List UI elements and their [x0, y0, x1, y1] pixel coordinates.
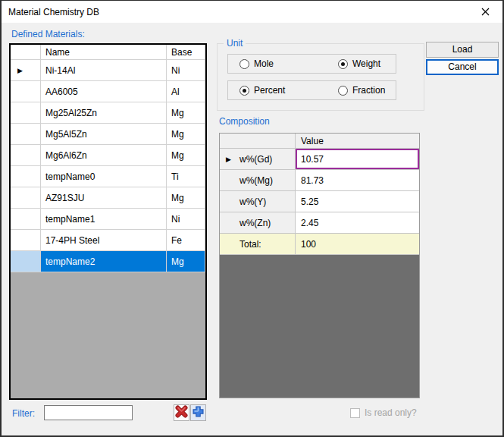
- radio-percent-label: Percent: [254, 85, 285, 96]
- component-value-cell[interactable]: 10.57: [296, 149, 419, 170]
- materials-grid-empty-area: [11, 272, 205, 398]
- material-base-cell[interactable]: Mg: [167, 102, 205, 124]
- material-base-cell[interactable]: Mg: [167, 187, 205, 209]
- unit-groupbox-label: Unit: [224, 38, 246, 49]
- component-name-cell[interactable]: ▶ w%(Gd): [220, 149, 296, 170]
- radio-fraction-label: Fraction: [352, 85, 385, 96]
- total-label-cell: Total:: [220, 234, 296, 255]
- delete-material-button[interactable]: [174, 404, 189, 421]
- radio-checked-icon: [338, 59, 348, 69]
- row-selector-cell[interactable]: [11, 145, 41, 166]
- materials-grid-header: Name Base: [11, 45, 205, 60]
- row-selector-cell[interactable]: [11, 209, 41, 230]
- defined-materials-label: Defined Materials:: [11, 29, 85, 39]
- row-selector-cell[interactable]: [11, 102, 41, 124]
- table-row[interactable]: tempName1 Ni: [11, 209, 205, 230]
- component-value-cell[interactable]: 5.25: [296, 191, 419, 212]
- row-selector-cell[interactable]: [11, 230, 41, 251]
- component-name-cell[interactable]: w%(Zn): [220, 212, 296, 234]
- material-name-cell[interactable]: 17-4PH Steel: [41, 230, 167, 251]
- material-name-cell[interactable]: tempName1: [41, 209, 167, 230]
- row-selector-cell[interactable]: ▶: [11, 60, 41, 81]
- row-selector-cell[interactable]: [11, 187, 41, 209]
- materials-grid: Name Base ▶ Ni-14Al Ni AA6005 Al Mg25Al2…: [9, 43, 207, 400]
- component-name: w%(Zn): [239, 218, 271, 228]
- component-value-cell[interactable]: 2.45: [296, 212, 419, 234]
- table-row[interactable]: AA6005 Al: [11, 81, 205, 102]
- table-row[interactable]: Mg25Al25Zn Mg: [11, 102, 205, 124]
- unit-groupbox: Unit Mole Weight Percent Fraction: [217, 43, 424, 111]
- radio-unchecked-icon: [338, 86, 348, 96]
- material-name-cell[interactable]: Ni-14Al: [41, 60, 167, 81]
- composition-row[interactable]: w%(Y) 5.25: [220, 191, 419, 212]
- row-selector-cell[interactable]: [11, 124, 41, 145]
- radio-percent[interactable]: Percent: [239, 85, 285, 96]
- radio-checked-icon: [239, 86, 249, 96]
- delete-icon: [175, 405, 188, 420]
- material-base-cell[interactable]: Mg: [167, 251, 205, 272]
- table-row[interactable]: AZ91SJU Mg: [11, 187, 205, 209]
- title-bar[interactable]: Material Chemistry DB: [2, 1, 502, 23]
- table-row[interactable]: Mg6Al6Zn Mg: [11, 145, 205, 166]
- radio-weight[interactable]: Weight: [338, 58, 380, 69]
- material-name-cell[interactable]: Mg25Al25Zn: [41, 102, 167, 124]
- total-value-cell: 100: [296, 234, 419, 255]
- cancel-button[interactable]: Cancel: [426, 59, 499, 75]
- unit-scale-panel: Percent Fraction: [227, 80, 396, 100]
- row-selector-cell[interactable]: [11, 251, 41, 272]
- table-row[interactable]: 17-4PH Steel Fe: [11, 230, 205, 251]
- material-name-cell[interactable]: tempName0: [41, 166, 167, 187]
- material-base-cell[interactable]: Fe: [167, 230, 205, 251]
- component-name: w%(Gd): [239, 154, 272, 165]
- name-column-header[interactable]: Name: [41, 45, 167, 60]
- filter-input[interactable]: [44, 405, 133, 420]
- value-column-header[interactable]: Value: [296, 134, 419, 149]
- add-icon: [192, 405, 205, 420]
- row-selector-cell[interactable]: [11, 166, 41, 187]
- material-name-cell[interactable]: Mg5Al5Zn: [41, 124, 167, 145]
- material-name-cell[interactable]: AZ91SJU: [41, 187, 167, 209]
- material-name-cell[interactable]: AA6005: [41, 81, 167, 102]
- is-read-only-label: Is read only?: [365, 407, 417, 418]
- table-row-selected[interactable]: tempName2 Mg: [11, 251, 205, 272]
- base-column-header[interactable]: Base: [167, 45, 205, 60]
- radio-unchecked-icon: [239, 59, 249, 69]
- component-header-cell: [220, 134, 296, 149]
- component-value-cell[interactable]: 81.73: [296, 170, 419, 191]
- material-chemistry-dialog: Material Chemistry DB Defined Materials:…: [0, 0, 504, 437]
- composition-label: Composition: [219, 116, 270, 127]
- table-row[interactable]: ▶ Ni-14Al Ni: [11, 60, 205, 81]
- composition-row-current[interactable]: ▶ w%(Gd) 10.57: [220, 149, 419, 170]
- composition-total-row: Total: 100: [220, 234, 419, 255]
- composition-row[interactable]: w%(Mg) 81.73: [220, 170, 419, 191]
- composition-row[interactable]: w%(Zn) 2.45: [220, 212, 419, 234]
- composition-grid-empty-area: [220, 255, 419, 398]
- component-name-cell[interactable]: w%(Y): [220, 191, 296, 212]
- radio-mole-label: Mole: [254, 58, 274, 69]
- radio-fraction[interactable]: Fraction: [338, 85, 385, 96]
- close-button[interactable]: [472, 4, 498, 20]
- material-name-cell[interactable]: tempName2: [41, 251, 167, 272]
- material-base-cell[interactable]: Al: [167, 81, 205, 102]
- material-base-cell[interactable]: Ni: [167, 209, 205, 230]
- load-button[interactable]: Load: [426, 42, 499, 58]
- table-row[interactable]: Mg5Al5Zn Mg: [11, 124, 205, 145]
- radio-mole[interactable]: Mole: [239, 58, 274, 69]
- material-base-cell[interactable]: Ni: [167, 60, 205, 81]
- is-read-only-checkbox[interactable]: Is read only?: [350, 407, 417, 418]
- composition-grid: Value ▶ w%(Gd) 10.57 w%(Mg) 81.73 w%(Y) …: [219, 133, 420, 398]
- row-selector-cell[interactable]: [11, 81, 41, 102]
- material-base-cell[interactable]: Mg: [167, 124, 205, 145]
- row-selector-header-cell: [11, 45, 41, 60]
- radio-weight-label: Weight: [352, 58, 380, 69]
- window-title: Material Chemistry DB: [8, 7, 99, 17]
- table-row[interactable]: tempName0 Ti: [11, 166, 205, 187]
- close-icon: [481, 7, 490, 18]
- component-name-cell[interactable]: w%(Mg): [220, 170, 296, 191]
- current-row-arrow-icon: ▶: [17, 67, 23, 74]
- material-name-cell[interactable]: Mg6Al6Zn: [41, 145, 167, 166]
- add-material-button[interactable]: [190, 404, 206, 421]
- material-base-cell[interactable]: Mg: [167, 145, 205, 166]
- component-name: w%(Y): [239, 196, 266, 207]
- material-base-cell[interactable]: Ti: [167, 166, 205, 187]
